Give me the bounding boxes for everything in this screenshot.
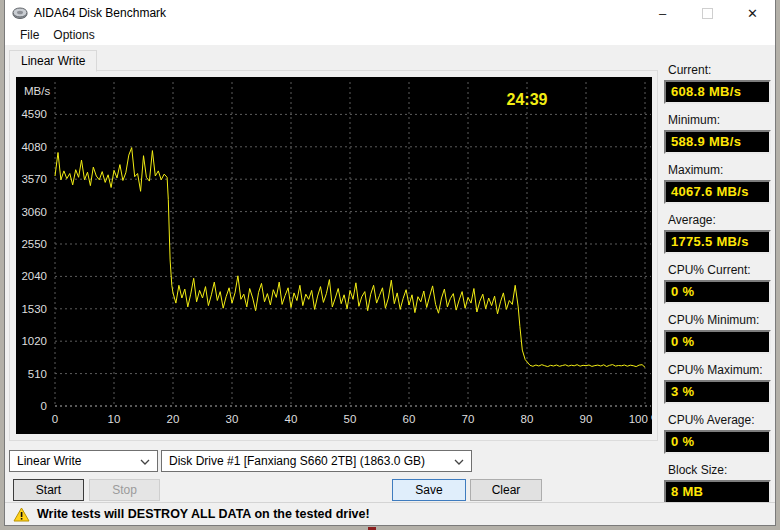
warning-icon (13, 507, 30, 522)
svg-text:MB/s: MB/s (24, 85, 50, 97)
minimize-button[interactable]: – (640, 0, 685, 26)
status-bar: Write tests will DESTROY ALL DATA on the… (5, 502, 775, 525)
stat-label: Block Size: (668, 463, 771, 477)
svg-text:20: 20 (167, 413, 180, 425)
stat-minimum: Minimum: 588.9 MB/s (664, 113, 771, 154)
app-icon (12, 5, 28, 21)
svg-text:90: 90 (580, 413, 593, 425)
stat-cpu-current: CPU% Current: 0 % (664, 263, 771, 304)
svg-text:0: 0 (41, 400, 47, 412)
close-button[interactable]: ✕ (730, 0, 775, 26)
svg-text:3570: 3570 (21, 173, 47, 185)
stat-label: Maximum: (668, 163, 771, 177)
svg-text:4080: 4080 (21, 141, 47, 153)
svg-text:50: 50 (344, 413, 357, 425)
stat-current: Current: 608.8 MB/s (664, 63, 771, 104)
svg-text:80: 80 (521, 413, 534, 425)
menu-bar: File Options (5, 26, 775, 45)
tab-linear-write[interactable]: Linear Write (9, 50, 97, 72)
stat-label: CPU% Minimum: (668, 313, 771, 327)
svg-text:1530: 1530 (21, 303, 47, 315)
svg-text:3060: 3060 (21, 206, 47, 218)
chevron-down-icon (454, 459, 464, 465)
menu-file[interactable]: File (13, 26, 46, 45)
title-bar: AIDA64 Disk Benchmark – ✕ (5, 0, 775, 26)
svg-text:40: 40 (285, 413, 298, 425)
stat-value: 608.8 MB/s (664, 80, 771, 104)
svg-text:30: 30 (226, 413, 239, 425)
svg-text:60: 60 (403, 413, 416, 425)
svg-text:100 %: 100 % (629, 413, 652, 425)
stat-value: 1775.5 MB/s (664, 230, 771, 254)
svg-text:10: 10 (108, 413, 121, 425)
stat-value: 0 % (664, 280, 771, 304)
stat-value: 4067.6 MB/s (664, 180, 771, 204)
drive-value: Disk Drive #1 [Fanxiang S660 2TB] (1863.… (169, 454, 425, 468)
start-button[interactable]: Start (13, 479, 84, 501)
svg-text:2550: 2550 (21, 238, 47, 250)
stat-value: 0 % (664, 330, 771, 354)
window-title: AIDA64 Disk Benchmark (34, 6, 166, 20)
maximize-icon (702, 8, 713, 19)
app-window: AIDA64 Disk Benchmark – ✕ File Options L… (4, 0, 776, 526)
benchmark-chart: 0510102015302040255030603570408045900102… (16, 77, 652, 434)
chevron-down-icon (140, 459, 150, 465)
stat-average: Average: 1775.5 MB/s (664, 213, 771, 254)
stat-block-size: Block Size: 8 MB (664, 463, 771, 504)
svg-text:4590: 4590 (21, 108, 47, 120)
stat-label: CPU% Maximum: (668, 363, 771, 377)
clear-button[interactable]: Clear (470, 479, 542, 501)
stat-maximum: Maximum: 4067.6 MB/s (664, 163, 771, 204)
drive-select[interactable]: Disk Drive #1 [Fanxiang S660 2TB] (1863.… (161, 450, 472, 472)
stat-label: CPU% Average: (668, 413, 771, 427)
stats-panel: Current: 608.8 MB/s Minimum: 588.9 MB/s … (664, 63, 771, 504)
stat-label: CPU% Current: (668, 263, 771, 277)
stop-button[interactable]: Stop (89, 479, 160, 501)
svg-text:2040: 2040 (21, 270, 47, 282)
menu-options[interactable]: Options (46, 26, 101, 45)
stat-label: Average: (668, 213, 771, 227)
stat-label: Current: (668, 63, 771, 77)
tab-page: 0510102015302040255030603570408045900102… (9, 70, 658, 441)
warning-text: Write tests will DESTROY ALL DATA on the… (37, 507, 370, 521)
chart-canvas: 0510102015302040255030603570408045900102… (16, 77, 652, 434)
stat-value: 3 % (664, 380, 771, 404)
save-button[interactable]: Save (392, 479, 466, 501)
stat-label: Minimum: (668, 113, 771, 127)
test-type-select[interactable]: Linear Write (9, 450, 158, 472)
test-type-value: Linear Write (17, 454, 81, 468)
stat-cpu-average: CPU% Average: 0 % (664, 413, 771, 454)
svg-text:70: 70 (462, 413, 475, 425)
stat-value: 588.9 MB/s (664, 130, 771, 154)
svg-text:510: 510 (28, 368, 47, 380)
maximize-button[interactable] (685, 0, 730, 26)
stat-value: 0 % (664, 430, 771, 454)
stat-value: 8 MB (664, 480, 771, 504)
svg-text:0: 0 (52, 413, 58, 425)
svg-text:24:39: 24:39 (507, 91, 548, 108)
stat-cpu-minimum: CPU% Minimum: 0 % (664, 313, 771, 354)
svg-text:1020: 1020 (21, 335, 47, 347)
stat-cpu-maximum: CPU% Maximum: 3 % (664, 363, 771, 404)
